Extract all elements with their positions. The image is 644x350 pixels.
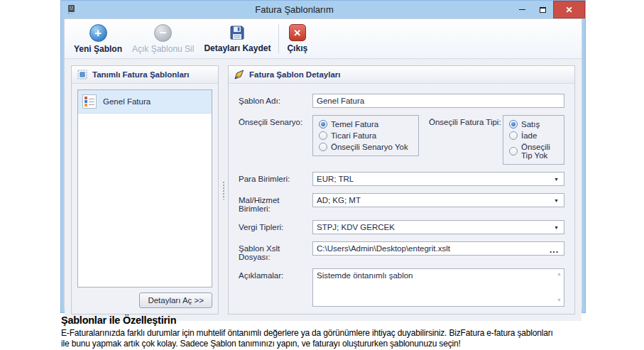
exit-label: Çıkış (287, 43, 307, 53)
template-name-row: Şablon Adı: (239, 94, 564, 108)
chevron-down-icon[interactable]: ▼ (554, 224, 559, 230)
new-template-label: Yeni Şablon (74, 44, 122, 54)
details-panel-title: Fatura Şablon Detayları (249, 70, 340, 79)
maximize-button[interactable] (533, 1, 553, 18)
template-name-input[interactable] (312, 94, 564, 108)
template-list-item[interactable]: Genel Fatura (78, 90, 212, 114)
exit-button[interactable]: ✕ Çıkış (282, 21, 312, 57)
details-panel: Fatura Şablon Detayları Şablon Adı: (228, 65, 575, 315)
preset-invoice-type-label: Önseçili Fatura Tipi: (419, 115, 503, 126)
tax-types-row: Vergi Tipleri: STPJ; KDV GERCEK ▼ (239, 220, 564, 234)
titlebar[interactable]: Fatura Şablonlarım ✕ (61, 1, 585, 18)
minimize-button[interactable] (512, 1, 533, 18)
units-label: Mal/Hizmet Birimleri: (239, 193, 312, 213)
xslt-file-field[interactable]: C:\Users\Admin\Desktop\entegrit.xslt ... (312, 241, 564, 256)
units-value: AD; KG; MT (317, 196, 550, 204)
radio-icon (509, 147, 518, 155)
chevron-down-icon[interactable]: ▼ (554, 197, 559, 203)
currencies-row: Para Birimleri: EUR; TRL ▼ (239, 172, 564, 186)
caption-line-2: ile bunu yapmak artık çok kolay. Sadece … (61, 338, 600, 349)
template-item-label: Genel Fatura (103, 97, 151, 106)
currencies-combobox[interactable]: EUR; TRL ▼ (312, 172, 564, 186)
radio-icon (509, 131, 518, 140)
radio-onsecili-senaryo-yok[interactable]: Önseçili Senaryo Yok (319, 143, 413, 151)
templates-panel-footer: Detayları Aç >> (77, 288, 212, 308)
selection-box-icon (77, 70, 87, 80)
app-icon (66, 4, 77, 15)
units-combobox[interactable]: AD; KG; MT ▼ (312, 193, 564, 207)
xslt-file-row: Şablon Xslt Dosyası: C:\Users\Admin\Desk… (239, 241, 564, 261)
new-template-button[interactable]: + Yeni Şablon (69, 21, 127, 57)
xslt-file-label: Şablon Xslt Dosyası: (239, 241, 312, 261)
close-button[interactable]: ✕ (553, 1, 585, 18)
currencies-label: Para Birimleri: (239, 172, 312, 183)
templates-panel-header: Tanımlı Fatura Şablonları (72, 66, 218, 84)
preset-scenario-label: Önseçili Senaryo: (239, 115, 312, 126)
template-icon (82, 94, 97, 109)
templates-panel: Tanımlı Fatura Şablonları Genel Fatura (71, 65, 219, 315)
template-name-label: Şablon Adı: (239, 94, 312, 105)
toolbar-separator (278, 24, 279, 53)
open-details-button[interactable]: Detayları Aç >> (139, 292, 212, 308)
fatura-sablonlarim-window: Fatura Şablonlarım ✕ + Yeni Şablon − Açı… (60, 0, 586, 313)
radio-ticari-fatura[interactable]: Ticari Fatura (319, 131, 413, 140)
radio-label: Satış (521, 120, 540, 128)
tax-types-value: STPJ; KDV GERCEK (317, 223, 550, 231)
exit-icon: ✕ (289, 24, 306, 41)
delete-template-label: Açık Şablonu Sil (132, 44, 194, 54)
radio-selected-icon (509, 120, 518, 128)
radio-label: Önseçili Tip Yok (521, 143, 558, 160)
scenario-type-row: Önseçili Senaryo: Temel Fatura (239, 115, 564, 165)
close-icon: ✕ (565, 5, 572, 15)
templates-panel-title: Tanımlı Fatura Şablonları (92, 70, 190, 79)
caption-heading: Şablonlar ile Özelleştirin (61, 314, 621, 326)
radio-label: Temel Fatura (331, 120, 378, 128)
toolbar: + Yeni Şablon − Açık Şablonu Sil (65, 19, 582, 59)
window-body: + Yeni Şablon − Açık Şablonu Sil (64, 18, 582, 308)
panel-splitter[interactable] (219, 65, 228, 315)
window-controls: ✕ (512, 1, 585, 18)
description-label: Açıklamalar: (239, 268, 312, 280)
template-list[interactable]: Genel Fatura (77, 89, 212, 288)
radio-satis[interactable]: Satış (509, 120, 558, 128)
radio-icon (319, 131, 327, 140)
save-details-button[interactable]: Detayları Kaydet (199, 21, 275, 57)
plus-circle-icon: + (89, 24, 107, 42)
tax-types-combobox[interactable]: STPJ; KDV GERCEK ▼ (312, 220, 564, 234)
edit-quill-icon (234, 70, 244, 80)
preset-scenario-group: Temel Fatura Ticari Fatura Önseçili Sena… (312, 115, 419, 156)
radio-temel-fatura[interactable]: Temel Fatura (319, 120, 413, 128)
details-form: Şablon Adı: Önseçili Senaryo: (229, 84, 574, 314)
radio-label: İade (521, 131, 537, 140)
scroll-down-icon[interactable]: ▼ (557, 297, 562, 302)
preset-invoice-type-group: Satış İade Önseçili Tip Yok (503, 115, 564, 165)
page: Fatura Şablonlarım ✕ + Yeni Şablon − Açı… (0, 0, 644, 350)
caption: Şablonlar ile Özelleştirin E-Faturaların… (61, 314, 644, 349)
floppy-disk-icon (229, 24, 246, 41)
tax-types-label: Vergi Tipleri: (239, 220, 312, 231)
radio-selected-icon (319, 120, 327, 128)
caption-line-1: E-Faturalarınızda farklı durumlar için m… (61, 327, 600, 338)
radio-label: Ticari Fatura (331, 131, 376, 140)
details-panel-header: Fatura Şablon Detayları (229, 66, 574, 84)
chevron-down-icon[interactable]: ▼ (554, 176, 559, 182)
scroll-up-icon[interactable]: ▲ (557, 271, 562, 276)
radio-iade[interactable]: İade (509, 131, 558, 140)
save-details-label: Detayları Kaydet (204, 43, 271, 53)
units-row: Mal/Hizmet Birimleri: AD; KG; MT ▼ (239, 193, 564, 213)
description-textarea[interactable]: Sistemde öntanımlı şablon (312, 268, 564, 307)
maximize-icon (540, 7, 546, 13)
currencies-value: EUR; TRL (317, 175, 550, 183)
minimize-icon (519, 9, 525, 10)
radio-onsecili-tip-yok[interactable]: Önseçili Tip Yok (509, 143, 558, 160)
description-row: Açıklamalar: Sistemde öntanımlı şablon ▲… (239, 268, 564, 307)
templates-panel-body: Genel Fatura Detayları Aç >> (72, 84, 218, 314)
main-area: Tanımlı Fatura Şablonları Genel Fatura (65, 59, 582, 321)
xslt-file-value: C:\Users\Admin\Desktop\entegrit.xslt (317, 244, 545, 253)
radio-icon (319, 143, 327, 151)
browse-file-button[interactable]: ... (550, 244, 559, 254)
minus-circle-icon: − (154, 24, 172, 42)
delete-template-button[interactable]: − Açık Şablonu Sil (127, 21, 199, 57)
splitter-grip-icon (222, 181, 225, 199)
window-title: Fatura Şablonlarım (77, 4, 512, 15)
